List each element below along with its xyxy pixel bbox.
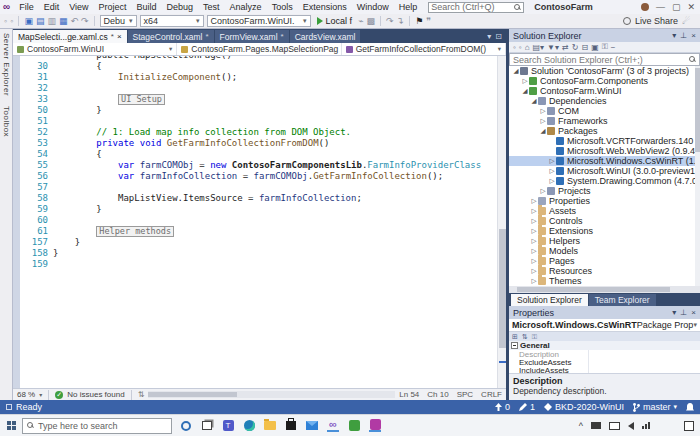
document-tab[interactable]: StageControl.xaml* — [128, 30, 214, 43]
expander-icon[interactable]: ◢ — [512, 66, 520, 76]
microsoft-store-icon[interactable] — [285, 420, 297, 432]
collapse-category-icon[interactable] — [511, 342, 518, 349]
comment-icon[interactable]: ❞ — [426, 16, 431, 27]
new-project-icon[interactable]: ▣ — [24, 16, 33, 27]
unpushed-commits-button[interactable]: 0 — [495, 402, 510, 412]
scrollbar-thumb[interactable] — [517, 287, 670, 292]
expander-icon[interactable]: ▷ — [548, 176, 556, 186]
expander-icon[interactable]: ▷ — [521, 76, 529, 86]
expander-icon[interactable]: ▷ — [530, 216, 538, 226]
editor-horizontal-scrollbar[interactable] — [148, 391, 395, 398]
hot-reload-icon[interactable]: ⌁ — [358, 16, 363, 27]
panel-tab-solution-explorer[interactable]: Solution Explorer — [511, 294, 588, 306]
breadcrumb-segment[interactable]: ContosoFarm.Pages.MapSelectionPag▾ — [177, 43, 341, 55]
tree-vertical-scrollbar[interactable] — [695, 66, 700, 286]
expander-icon[interactable]: ◢ — [521, 86, 529, 96]
menu-item-file[interactable]: File — [14, 1, 39, 13]
taskbar-search-input[interactable]: Type here to search — [22, 418, 172, 434]
tree-item[interactable]: ▷System.Drawing.Common (4.7.0) — [509, 176, 700, 186]
redo-icon[interactable]: ↷ — [81, 16, 89, 27]
minimize-button[interactable]: — — [656, 3, 665, 12]
notifications-bell-icon[interactable] — [686, 403, 694, 412]
background-tasks-icon[interactable] — [6, 404, 12, 410]
tree-item[interactable]: ◢Packages — [509, 126, 700, 136]
solution-explorer-search-input[interactable]: Search Solution Explorer (Ctrl+;) — [509, 53, 700, 66]
expander-icon[interactable]: ▷ — [539, 116, 547, 126]
tree-item[interactable]: ▷Microsoft.WinUI (3.0.0-preview1.200 — [509, 166, 700, 176]
solution-platform-dropdown[interactable]: x64▾ — [140, 15, 204, 27]
collapsed-region[interactable]: Helper methods — [96, 226, 174, 237]
menu-item-extensions[interactable]: Extensions — [298, 1, 352, 13]
tree-item[interactable]: ◢ContosoFarm.WinUI — [509, 86, 700, 96]
tree-item[interactable]: ▷COM — [509, 106, 700, 116]
tree-item[interactable]: ◢Dependencies — [509, 96, 700, 106]
task-view-icon[interactable] — [201, 420, 213, 432]
menu-item-tools[interactable]: Tools — [267, 1, 298, 13]
panel-tab-team-explorer[interactable]: Team Explorer — [589, 294, 656, 306]
expander-icon[interactable]: ▷ — [530, 206, 538, 216]
pin-icon[interactable]: ⊥ — [680, 308, 687, 317]
close-button[interactable]: ✕ — [687, 3, 695, 12]
battery-icon[interactable] — [591, 422, 601, 429]
expander-icon[interactable]: ▷ — [530, 246, 538, 256]
green-app-icon[interactable] — [348, 420, 360, 432]
mail-icon[interactable] — [306, 420, 318, 432]
expander-icon[interactable]: ▷ — [530, 236, 538, 246]
properties-object-dropdown[interactable]: Microsoft.Windows.CsWinRT Package Prop ▾ — [509, 319, 700, 332]
menu-item-edit[interactable]: Edit — [39, 1, 65, 13]
expander-icon[interactable]: ▷ — [530, 276, 538, 286]
forward-icon[interactable]: ◦ — [519, 43, 522, 52]
expander-icon[interactable]: ▷ — [539, 106, 547, 116]
preview-selected-items-icon[interactable]: − — [611, 43, 616, 52]
user-avatar[interactable] — [641, 3, 649, 11]
start-debugging-button[interactable]: Local f — [314, 15, 356, 27]
file-explorer-icon[interactable] — [264, 420, 276, 432]
repository-button[interactable]: BKD-2020-WinUI — [544, 402, 624, 412]
categorized-icon[interactable]: ⊞ — [512, 333, 518, 341]
close-panel-icon[interactable]: × — [691, 31, 696, 40]
open-file-icon[interactable]: ▤ — [36, 16, 45, 27]
tree-item[interactable]: Microsoft.Web.WebView2 (0.9.430) — [509, 146, 700, 156]
active-files-dropdown-icon[interactable]: ▾ — [487, 32, 491, 41]
tree-item[interactable]: ▷Themes — [509, 276, 700, 286]
pin-icon[interactable]: ⊥ — [680, 31, 687, 40]
bookmark-icon[interactable]: ⚑ — [415, 16, 423, 27]
spaces-indicator[interactable]: SPC — [457, 390, 473, 399]
expander-icon[interactable]: ▷ — [548, 166, 556, 176]
issues-status[interactable]: No issues found — [67, 390, 124, 399]
document-tab[interactable]: FormView.xaml* — [215, 30, 289, 43]
speaker-icon[interactable] — [628, 422, 634, 430]
pending-changes-filter-icon[interactable]: ▼▾ — [547, 43, 559, 52]
tree-item[interactable]: Microsoft.VCRTForwarders.140 (1.0. — [509, 136, 700, 146]
back-icon[interactable]: ◦ — [513, 43, 516, 52]
step-into-icon[interactable]: ↴ — [397, 16, 405, 27]
indicator-margin[interactable] — [13, 56, 20, 388]
show-all-files-icon[interactable]: ▣ — [591, 43, 599, 52]
code-editor[interactable]: 3031323350515253545556575859606115715815… — [13, 56, 506, 388]
breadcrumb-segment[interactable]: GetFarmInfoCollectionFromDOM()▾ — [342, 43, 506, 55]
tree-item[interactable]: ▷Microsoft.Windows.CsWinRT (1.0.2 — [509, 156, 700, 166]
feedback-icon[interactable]: ☄ — [682, 16, 690, 27]
expander-icon[interactable]: ▷ — [530, 226, 538, 236]
scrollbar-thumb[interactable] — [148, 392, 237, 397]
toolbox-tab[interactable]: Toolbox — [2, 106, 11, 137]
expander-icon[interactable]: ▷ — [530, 256, 538, 266]
property-pages-icon[interactable]: ⚿ — [532, 333, 537, 341]
cortana-icon[interactable] — [180, 420, 192, 432]
running-app-icon[interactable] — [369, 420, 381, 432]
properties-icon[interactable]: ⚿ — [602, 42, 608, 52]
action-center-icon[interactable] — [684, 421, 694, 431]
tree-horizontal-scrollbar[interactable] — [509, 286, 700, 293]
pending-changes-button[interactable]: 1 — [519, 402, 535, 412]
menu-item-debug[interactable]: Debug — [162, 1, 199, 13]
alphabetical-icon[interactable]: ⇅ — [522, 333, 528, 341]
close-tab-icon[interactable]: × — [117, 32, 122, 41]
menu-item-build[interactable]: Build — [132, 1, 162, 13]
maximize-button[interactable]: ▢ — [672, 3, 681, 12]
editor-vertical-scrollbar[interactable] — [497, 56, 506, 388]
code-text-area[interactable]: public MapSelectionPage() { InitializeCo… — [53, 56, 497, 388]
tree-item[interactable]: ▷Projects — [509, 186, 700, 196]
menu-item-view[interactable]: View — [64, 1, 93, 13]
start-button[interactable] — [0, 421, 22, 430]
close-panel-icon[interactable]: × — [691, 308, 696, 317]
